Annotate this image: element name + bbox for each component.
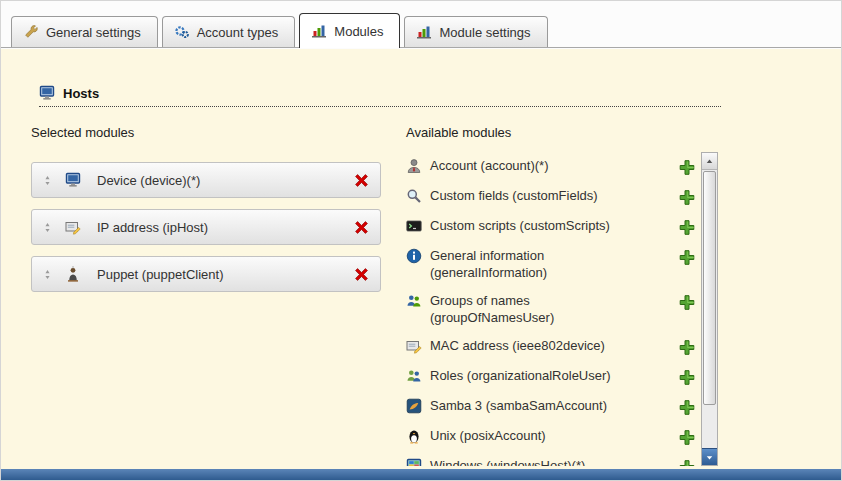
remove-module-button[interactable] bbox=[353, 266, 370, 283]
custom-fields-icon bbox=[406, 188, 422, 204]
available-module-row-custom-fields-customfields: Custom fields (customFields) bbox=[406, 182, 701, 212]
plus-icon bbox=[679, 339, 695, 356]
drag-handle-icon[interactable] bbox=[42, 268, 53, 281]
samba-icon bbox=[406, 398, 422, 414]
scroll-up-button[interactable] bbox=[702, 153, 717, 170]
delete-icon bbox=[353, 219, 370, 236]
selected-modules-column: Selected modules Device (device)(*)IP ad… bbox=[31, 125, 381, 466]
tab-label: Module settings bbox=[439, 25, 530, 40]
modules-columns: Selected modules Device (device)(*)IP ad… bbox=[31, 125, 841, 466]
delete-icon bbox=[353, 266, 370, 283]
add-module-button[interactable] bbox=[679, 188, 695, 206]
gears-icon bbox=[174, 24, 190, 40]
remove-module-button[interactable] bbox=[353, 219, 370, 236]
plus-icon bbox=[679, 249, 695, 266]
drag-handle-icon[interactable] bbox=[42, 174, 53, 187]
general-information-icon bbox=[406, 248, 422, 264]
plus-icon bbox=[679, 159, 695, 176]
available-module-row-unix-posixaccount: Unix (posixAccount) bbox=[406, 422, 701, 452]
module-label: Device (device)(*) bbox=[97, 173, 200, 188]
available-module-row-custom-scripts-customscripts: Custom scripts (customScripts) bbox=[406, 212, 701, 242]
delete-icon bbox=[353, 172, 370, 189]
tab-general-settings[interactable]: General settings bbox=[11, 16, 158, 47]
add-module-button[interactable] bbox=[679, 398, 695, 416]
available-modules-heading: Available modules bbox=[406, 125, 722, 140]
selected-module-row-puppet-puppetclient[interactable]: Puppet (puppetClient) bbox=[31, 256, 381, 292]
available-modules-list: Account (account)(*)Custom fields (custo… bbox=[406, 152, 701, 466]
chart-icon bbox=[311, 23, 327, 39]
plus-icon bbox=[679, 189, 695, 206]
puppet-icon bbox=[65, 266, 81, 282]
module-label: General information (generalInformation) bbox=[430, 247, 635, 281]
tab-label: Modules bbox=[334, 24, 383, 39]
tab-account-types[interactable]: Account types bbox=[162, 16, 296, 47]
wrench-icon bbox=[23, 24, 39, 40]
ip-address-icon bbox=[65, 219, 81, 235]
available-module-row-groups-of-names-groupofnamesuser: Groups of names (groupOfNamesUser) bbox=[406, 287, 701, 332]
windows-icon bbox=[406, 458, 422, 466]
available-modules-column: Available modules Account (account)(*)Cu… bbox=[406, 125, 722, 466]
plus-icon bbox=[679, 219, 695, 236]
add-module-button[interactable] bbox=[679, 248, 695, 266]
add-module-button[interactable] bbox=[679, 368, 695, 386]
plus-icon bbox=[679, 369, 695, 386]
groups-icon bbox=[406, 293, 422, 309]
scroll-thumb[interactable] bbox=[703, 171, 716, 405]
selected-module-row-device-device[interactable]: Device (device)(*) bbox=[31, 162, 381, 198]
available-module-row-mac-address-ieee802device: MAC address (ieee802device) bbox=[406, 332, 701, 362]
section-title: Hosts bbox=[63, 86, 99, 101]
module-label: Roles (organizationalRoleUser) bbox=[430, 367, 611, 384]
module-label: IP address (ipHost) bbox=[97, 220, 208, 235]
roles-icon bbox=[406, 368, 422, 384]
scroll-up-icon bbox=[704, 155, 715, 168]
selected-modules-list: Device (device)(*)IP address (ipHost)Pup… bbox=[31, 162, 381, 292]
tab-modules[interactable]: Modules bbox=[299, 13, 400, 48]
scroll-track[interactable] bbox=[702, 406, 717, 448]
add-module-button[interactable] bbox=[679, 218, 695, 236]
drag-handle-icon[interactable] bbox=[42, 221, 53, 234]
mac-address-icon bbox=[406, 338, 422, 354]
plus-icon bbox=[679, 429, 695, 446]
account-icon bbox=[406, 158, 422, 174]
add-module-button[interactable] bbox=[679, 458, 695, 466]
remove-module-button[interactable] bbox=[353, 172, 370, 189]
available-module-row-windows-windowshost: Windows (windowsHost)(*) bbox=[406, 452, 701, 466]
module-label: Unix (posixAccount) bbox=[430, 427, 546, 444]
module-label: Puppet (puppetClient) bbox=[97, 267, 223, 282]
module-label: Windows (windowsHost)(*) bbox=[430, 457, 585, 466]
plus-icon bbox=[679, 399, 695, 416]
tab-module-settings[interactable]: Module settings bbox=[404, 16, 547, 47]
available-modules-wrap: Account (account)(*)Custom fields (custo… bbox=[406, 152, 722, 466]
selected-modules-heading: Selected modules bbox=[31, 125, 381, 140]
module-label: Groups of names (groupOfNamesUser) bbox=[430, 292, 635, 326]
plus-icon bbox=[679, 294, 695, 311]
available-module-row-account-account: Account (account)(*) bbox=[406, 152, 701, 182]
footer-bar bbox=[1, 469, 841, 480]
add-module-button[interactable] bbox=[679, 158, 695, 176]
scroll-down-icon bbox=[704, 451, 715, 464]
available-module-row-samba-3-sambasamaccount: Samba 3 (sambaSamAccount) bbox=[406, 392, 701, 422]
available-module-row-roles-organizationalroleuser: Roles (organizationalRoleUser) bbox=[406, 362, 701, 392]
scroll-down-button[interactable] bbox=[702, 448, 717, 465]
content-area: Hosts Selected modules Device (device)(*… bbox=[1, 49, 841, 469]
module-label: MAC address (ieee802device) bbox=[430, 337, 605, 354]
module-label: Samba 3 (sambaSamAccount) bbox=[430, 397, 607, 414]
device-icon bbox=[65, 172, 81, 188]
selected-module-row-ip-address-iphost[interactable]: IP address (ipHost) bbox=[31, 209, 381, 245]
custom-scripts-icon bbox=[406, 218, 422, 234]
tab-bar: General settingsAccount typesModulesModu… bbox=[1, 1, 841, 48]
chart-icon bbox=[416, 24, 432, 40]
module-label: Custom scripts (customScripts) bbox=[430, 217, 610, 234]
module-label: Account (account)(*) bbox=[430, 157, 549, 174]
hosts-icon bbox=[39, 85, 55, 101]
module-label: Custom fields (customFields) bbox=[430, 187, 598, 204]
lam-configuration-page: General settingsAccount typesModulesModu… bbox=[0, 0, 842, 481]
tab-label: Account types bbox=[197, 25, 279, 40]
tab-label: General settings bbox=[46, 25, 141, 40]
unix-icon bbox=[406, 428, 422, 444]
hosts-section-header: Hosts bbox=[39, 85, 721, 107]
add-module-button[interactable] bbox=[679, 428, 695, 446]
add-module-button[interactable] bbox=[679, 293, 695, 311]
add-module-button[interactable] bbox=[679, 338, 695, 356]
available-modules-scrollbar[interactable] bbox=[701, 152, 718, 466]
